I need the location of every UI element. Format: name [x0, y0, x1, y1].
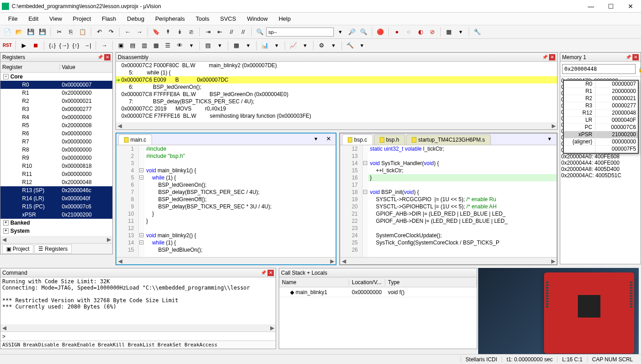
asm-line[interactable]: 5: while (1) {	[116, 69, 557, 76]
pin-icon[interactable]: 📌	[542, 54, 548, 60]
menu-help[interactable]: Help	[273, 14, 296, 24]
system-viewer-button[interactable]: ⚙	[316, 40, 327, 51]
fold-icon[interactable]: −	[139, 168, 143, 172]
cut-button[interactable]: ✂	[54, 27, 65, 37]
command-output[interactable]: Running with Code Size Limit: 32K Connec…	[0, 277, 276, 324]
stop-button[interactable]: ⏹	[30, 40, 41, 51]
callstack-window-button[interactable]: ☰	[162, 40, 173, 51]
asm-line[interactable]: ➔0x000007C6 E009 B 0x000007DC	[116, 76, 557, 83]
minimize-button[interactable]: —	[585, 2, 597, 11]
register-col-header[interactable]: Register	[0, 64, 60, 70]
code-line[interactable]: BSP_ledGreenOff();	[144, 196, 336, 203]
register-row[interactable]: R110x00000000	[0, 170, 112, 178]
type-col[interactable]: Type	[385, 279, 477, 286]
menu-tools[interactable]: Tools	[190, 14, 215, 24]
bp-enable-button[interactable]: ○	[403, 27, 414, 37]
pin-icon[interactable]: 📌	[97, 54, 103, 60]
bp-insert-button[interactable]: ●	[392, 27, 402, 37]
save-button[interactable]: 💾	[25, 27, 36, 37]
register-row[interactable]: R80x00000000	[0, 146, 112, 154]
register-row[interactable]: R10x20000000	[0, 89, 112, 97]
code-line[interactable]: #include	[144, 145, 336, 152]
register-row[interactable]: R90x00000000	[0, 154, 112, 162]
system-dropdown[interactable]: ▾	[328, 40, 339, 51]
command-input[interactable]: >	[0, 332, 276, 341]
code-line[interactable]	[368, 181, 557, 189]
code-line[interactable]: static uint32_t volatile l_tickCtr;	[368, 145, 557, 152]
memory-row[interactable]: 0x200004A4: 400FE000	[561, 160, 640, 166]
watch-window-button[interactable]: 👁	[174, 40, 185, 51]
memory-row[interactable]: 0x200004AC: 4005D51C	[561, 172, 640, 179]
group-system[interactable]: System	[10, 228, 30, 234]
tab-bsp-c[interactable]: bsp.c	[342, 134, 373, 145]
code-line[interactable]: BSP_delay(BSP_TICKS_PER_SEC / 4U);	[144, 189, 336, 196]
menu-flash[interactable]: Flash	[97, 14, 122, 24]
symbols-window-button[interactable]: ▥	[139, 40, 150, 51]
analysis-window-button[interactable]: 📊	[259, 40, 270, 51]
menu-view[interactable]: View	[44, 14, 67, 24]
show-next-button[interactable]: →	[99, 40, 110, 51]
menu-edit[interactable]: Edit	[23, 14, 44, 24]
code-line[interactable]: GPIOF_AHB->DIR |= (LED_RED | LED_BLUE | …	[368, 210, 557, 217]
register-row[interactable]: xPSR0x21000200	[0, 211, 112, 219]
copy-button[interactable]: ⎘	[65, 27, 76, 37]
maximize-button[interactable]: ☐	[605, 2, 617, 11]
expand-icon[interactable]: +	[3, 228, 9, 234]
open-file-button[interactable]: 📂	[14, 27, 24, 37]
code-line[interactable]: BSP_ledBlueOn();	[144, 246, 336, 253]
bookmark-prev-button[interactable]: ↟	[162, 27, 173, 37]
disasm-window-button[interactable]: ▤	[127, 40, 138, 51]
asm-line[interactable]: 6: BSP_ledGreenOn();	[116, 83, 557, 91]
memory-window-button[interactable]: ▨	[203, 40, 213, 51]
step-over-button[interactable]: {→}	[59, 40, 69, 51]
asm-line[interactable]: 7: BSP_delay(BSP_TICKS_PER_SEC / 4U);	[116, 98, 557, 105]
registers-window-button[interactable]: ▦	[151, 40, 161, 51]
code-line[interactable]: BSP_ledGreenOn();	[144, 181, 336, 189]
register-row[interactable]: R15 (PC)0x000007c6	[0, 203, 112, 211]
bookmark-next-button[interactable]: ↡	[174, 27, 185, 37]
code-line[interactable]	[144, 160, 336, 167]
memory-dropdown[interactable]: ▾	[214, 40, 225, 51]
expand-icon[interactable]: +	[3, 220, 9, 226]
memory-address-input[interactable]	[562, 64, 636, 74]
uncomment-button[interactable]: //	[238, 27, 249, 37]
fold-icon[interactable]: −	[363, 161, 367, 165]
trace-window-button[interactable]: 📈	[288, 40, 299, 51]
menu-window[interactable]: Window	[241, 14, 273, 24]
editor-hscroll[interactable]: ◀▶	[116, 257, 336, 264]
close-icon[interactable]: ✕	[549, 54, 555, 60]
code-line[interactable]: void main_blinky1() {	[144, 167, 336, 174]
command-hscroll[interactable]: ◀▶	[0, 324, 276, 332]
disassembly-hscroll[interactable]: ◀▶	[116, 122, 557, 129]
register-row[interactable]: R60x00000000	[0, 129, 112, 138]
menu-svcs[interactable]: SVCS	[215, 14, 241, 24]
window-layout-button[interactable]: ▦	[443, 27, 454, 37]
analysis-dropdown[interactable]: ▾	[271, 40, 282, 51]
code-line[interactable]: SYSCTL->RCGCGPIO |= (1U << 5); /* enable…	[368, 196, 557, 203]
code-line[interactable]: void SysTick_Handler(void) {	[368, 160, 557, 167]
comment-button[interactable]: //	[226, 27, 237, 37]
callstack-row[interactable]: ◆ main_blinky10x00000000void f()	[279, 287, 477, 297]
bookmark-clear-button[interactable]: ⎚	[186, 27, 197, 37]
tab-list-dropdown[interactable]: ▾	[544, 133, 555, 144]
serial-dropdown[interactable]: ▾	[243, 40, 254, 51]
bookmark-button[interactable]: 🔖	[151, 27, 161, 37]
menu-project[interactable]: Project	[67, 14, 96, 24]
close-icon[interactable]: ✕	[632, 54, 639, 60]
search-dropdown-button[interactable]: ▾	[335, 27, 346, 37]
run-to-cursor-button[interactable]: →|	[82, 40, 93, 51]
memory-row[interactable]: 0x200004A0: 400FE608	[561, 153, 640, 160]
tab-main-c[interactable]: main.c	[118, 134, 152, 145]
paste-button[interactable]: 📋	[77, 27, 88, 37]
register-row[interactable]: R70x00000000	[0, 138, 112, 146]
group-banked[interactable]: Banked	[10, 220, 30, 226]
indent-button[interactable]: ⇥	[203, 27, 213, 37]
callstack-body[interactable]: ◆ main_blinky10x00000000void f()	[279, 287, 477, 349]
incremental-find-button[interactable]: 🔍	[358, 27, 369, 37]
search-input[interactable]	[266, 28, 334, 37]
asm-line[interactable]: 0x000007CC 2019 MOVS r0,#0x19	[116, 105, 557, 112]
code-line[interactable]	[368, 246, 557, 253]
serial-window-button[interactable]: ▩	[231, 40, 242, 51]
nav-back-button[interactable]: ←	[122, 27, 133, 37]
code-line[interactable]: while (1) {	[144, 174, 336, 181]
